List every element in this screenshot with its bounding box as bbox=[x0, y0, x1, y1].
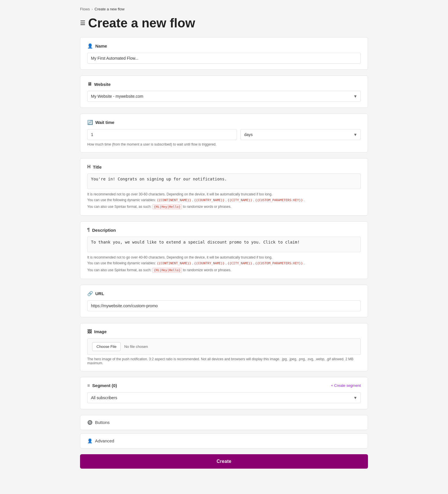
segment-icon: ≡ bbox=[87, 383, 90, 388]
flow-icon: ☰ bbox=[80, 20, 85, 27]
name-section: 👤 Name bbox=[80, 37, 368, 70]
segment-label: Segment (0) bbox=[92, 383, 117, 388]
title-section-header: H Title bbox=[87, 164, 361, 169]
segment-select[interactable]: All subscribers bbox=[87, 392, 361, 403]
buttons-icon: 🔘 bbox=[87, 420, 93, 425]
url-icon: 🔗 bbox=[87, 291, 93, 296]
url-label: URL bbox=[95, 291, 104, 296]
website-label: Website bbox=[94, 82, 111, 87]
segment-section-header: ≡ Segment (0) + Create segment bbox=[87, 383, 361, 388]
wait-time-section-header: 🔄 Wait time bbox=[87, 120, 361, 125]
buttons-label: Buttons bbox=[95, 420, 110, 425]
advanced-label: Advanced bbox=[95, 438, 114, 443]
title-var-4: {{CUSTOM_PARAMETERS:KEY}} bbox=[255, 198, 303, 202]
segment-select-wrapper: All subscribers ▼ bbox=[87, 392, 361, 403]
website-section: 🖥 Website My Website - mywebsite.com ▼ bbox=[80, 76, 368, 108]
title-vars-line: You can use the following dynamic variab… bbox=[87, 197, 361, 203]
description-section-header: ¶ Description bbox=[87, 227, 361, 233]
breadcrumb-current: Create a new flow bbox=[94, 7, 124, 11]
create-segment-link[interactable]: + Create segment bbox=[331, 383, 361, 388]
description-icon: ¶ bbox=[87, 227, 90, 233]
wait-time-helper: How much time (from the moment a user is… bbox=[87, 142, 361, 146]
title-var-3: {{CITY_NAME}} bbox=[227, 198, 252, 202]
website-section-header: 🖥 Website bbox=[87, 82, 361, 87]
wait-time-row: days hours minutes weeks ▼ bbox=[87, 129, 361, 140]
description-spintax-tag: {Hi|Hey|Hello} bbox=[152, 268, 182, 273]
description-var-1: {{CONTINENT_NAME}} bbox=[157, 261, 191, 265]
description-var-4: {{CUSTOM_PARAMETERS:KEY}} bbox=[255, 261, 303, 265]
description-spintax-prefix: You can also use Spintax format, as such… bbox=[87, 268, 152, 272]
breadcrumb-flows-link[interactable]: Flows bbox=[80, 7, 90, 11]
wait-time-unit-wrapper: days hours minutes weeks ▼ bbox=[240, 129, 361, 140]
page-container: Flows › Create a new flow ☰ Create a new… bbox=[74, 0, 374, 492]
title-helper1: It is recommended not to go over 30-60 c… bbox=[87, 192, 361, 196]
url-section-header: 🔗 URL bbox=[87, 291, 361, 296]
title-spintax-suffix: to randomize words or phrases. bbox=[183, 205, 231, 209]
title-icon: H bbox=[87, 164, 91, 169]
title-spintax-tag: {Hi|Hey|Hello} bbox=[152, 204, 182, 209]
description-label: Description bbox=[92, 228, 116, 233]
create-button[interactable]: Create bbox=[80, 454, 368, 469]
wait-time-icon: 🔄 bbox=[87, 120, 93, 125]
advanced-icon: 👤 bbox=[87, 438, 93, 444]
choose-file-button[interactable]: Choose File bbox=[92, 342, 121, 351]
image-icon: 🖼 bbox=[87, 329, 92, 334]
description-var-2: {{COUNTRY_NAME}} bbox=[194, 261, 225, 265]
breadcrumb: Flows › Create a new flow bbox=[80, 7, 368, 11]
title-var-1: {{CONTINENT_NAME}} bbox=[157, 198, 191, 202]
buttons-section[interactable]: 🔘 Buttons bbox=[80, 415, 368, 430]
description-section: ¶ Description To thank you, we would lik… bbox=[80, 221, 368, 279]
advanced-section[interactable]: 👤 Advanced bbox=[80, 433, 368, 448]
image-section: 🖼 Image Choose File No file chosen The h… bbox=[80, 323, 368, 371]
wait-time-input[interactable] bbox=[87, 129, 237, 140]
title-label: Title bbox=[93, 165, 102, 169]
no-file-label: No file chosen bbox=[124, 344, 148, 349]
title-var-2: {{COUNTRY_NAME}} bbox=[194, 198, 225, 202]
image-section-header: 🖼 Image bbox=[87, 329, 361, 334]
description-spintax-line: You can also use Spintax format, as such… bbox=[87, 267, 361, 273]
title-spintax-prefix: You can also use Spintax format, as such… bbox=[87, 205, 152, 209]
title-spintax-line: You can also use Spintax format, as such… bbox=[87, 204, 361, 210]
page-title: Create a new flow bbox=[88, 16, 195, 30]
description-vars-line: You can use the following dynamic variab… bbox=[87, 261, 361, 266]
title-textarea[interactable]: You're in! Congrats on signing up for ou… bbox=[87, 174, 361, 189]
image-label: Image bbox=[94, 329, 107, 334]
name-label: Name bbox=[95, 44, 107, 48]
website-select-wrapper: My Website - mywebsite.com ▼ bbox=[87, 91, 361, 102]
segment-section: ≡ Segment (0) + Create segment All subsc… bbox=[80, 377, 368, 409]
wait-time-label: Wait time bbox=[95, 120, 114, 125]
description-helper1: It is recommended not to go over 40-80 c… bbox=[87, 255, 361, 259]
segment-title: ≡ Segment (0) bbox=[87, 383, 117, 388]
name-icon: 👤 bbox=[87, 43, 93, 49]
website-select[interactable]: My Website - mywebsite.com bbox=[87, 91, 361, 102]
name-input[interactable] bbox=[87, 53, 361, 64]
name-section-header: 👤 Name bbox=[87, 43, 361, 49]
wait-time-section: 🔄 Wait time days hours minutes weeks ▼ H… bbox=[80, 114, 368, 152]
description-spintax-suffix: to randomize words or phrases. bbox=[183, 268, 231, 272]
description-textarea[interactable]: To thank you, we would like to extend a … bbox=[87, 237, 361, 252]
page-title-row: ☰ Create a new flow bbox=[80, 16, 368, 30]
description-vars-prefix: You can use the following dynamic variab… bbox=[87, 261, 157, 265]
image-helper: The hero image of the push notification.… bbox=[87, 357, 361, 365]
website-icon: 🖥 bbox=[87, 82, 92, 87]
title-vars-prefix: You can use the following dynamic variab… bbox=[87, 198, 157, 202]
wait-time-unit-select[interactable]: days hours minutes weeks bbox=[240, 129, 361, 140]
url-section: 🔗 URL bbox=[80, 285, 368, 317]
description-var-3: {{CITY_NAME}} bbox=[227, 261, 252, 265]
title-section: H Title You're in! Congrats on signing u… bbox=[80, 158, 368, 216]
url-input[interactable] bbox=[87, 300, 361, 311]
breadcrumb-separator: › bbox=[92, 7, 93, 11]
file-upload-area: Choose File No file chosen bbox=[87, 338, 361, 355]
